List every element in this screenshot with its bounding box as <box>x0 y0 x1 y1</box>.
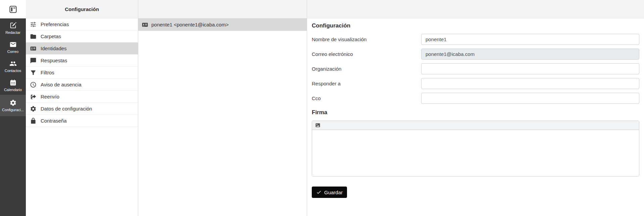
sliders-icon <box>30 21 37 28</box>
form-row-email: Correo electrónico <box>312 49 639 60</box>
form-section-title: Configuración <box>312 22 639 29</box>
settings-item-label: Aviso de ausencia <box>41 82 81 87</box>
rail-item-label: Calendario <box>4 88 22 92</box>
form-row-display-name: Nombre de visualización <box>312 34 639 45</box>
app-window: Redactar Correo Contactos Calendario Con… <box>0 0 644 216</box>
rail-item-contactos[interactable]: Contactos <box>0 57 26 76</box>
contacts-icon <box>9 60 17 67</box>
rail-item-label: Contactos <box>5 69 21 73</box>
form-row-bcc: Cco <box>312 93 639 104</box>
rail-item-label: Configuraci... <box>2 108 24 112</box>
rail-item-calendario[interactable]: Calendario <box>0 76 26 95</box>
folder-icon <box>30 33 37 40</box>
gear-icon <box>9 99 17 106</box>
mailbox-logo-icon <box>9 5 17 14</box>
organization-label: Organización <box>312 66 421 72</box>
identity-list-item[interactable]: ponente1 <ponente1@icaba.com> <box>138 18 307 31</box>
task-rail-items: Redactar Correo Contactos Calendario Con… <box>0 18 26 216</box>
image-icon <box>315 123 320 128</box>
reply-to-field[interactable] <box>421 78 639 89</box>
signature-section-title: Firma <box>312 109 639 116</box>
settings-item-label: Contraseña <box>41 118 67 124</box>
settings-header: Configuración <box>26 0 138 18</box>
reply-to-label: Responder a <box>312 81 421 86</box>
settings-menu-column: Configuración Preferencias Carpetas Iden… <box>26 0 138 216</box>
bcc-label: Cco <box>312 95 421 101</box>
rail-item-label: Redactar <box>5 30 20 34</box>
rail-item-configuracion[interactable]: Configuraci... <box>0 95 26 116</box>
rail-item-correo[interactable]: Correo <box>0 38 26 57</box>
settings-item-preferencias[interactable]: Preferencias <box>26 18 138 30</box>
settings-item-reenvio[interactable]: Reenvío <box>26 91 138 103</box>
settings-item-contrasena[interactable]: Contraseña <box>26 115 138 127</box>
identity-form: Configuración Nombre de visualización Co… <box>307 18 644 198</box>
mail-icon <box>9 41 17 48</box>
settings-item-label: Respuestas <box>41 58 67 63</box>
speech-bubble-icon <box>30 57 37 64</box>
form-row-reply-to: Responder a <box>312 78 639 89</box>
email-label: Correo electrónico <box>312 51 421 57</box>
content-topbar <box>307 0 644 18</box>
rail-item-redactar[interactable]: Redactar <box>0 18 26 38</box>
save-button-label: Guardar <box>324 190 343 195</box>
id-card-icon <box>30 45 37 52</box>
display-name-label: Nombre de visualización <box>312 37 421 42</box>
calendar-icon <box>9 79 17 86</box>
settings-item-label: Carpetas <box>41 33 61 39</box>
settings-item-carpetas[interactable]: Carpetas <box>26 30 138 43</box>
settings-item-respuestas[interactable]: Respuestas <box>26 55 138 67</box>
bcc-field[interactable] <box>421 93 639 104</box>
lock-icon <box>30 118 37 124</box>
form-row-organization: Organización <box>312 63 639 74</box>
settings-item-label: Identidades <box>41 46 67 51</box>
forward-icon <box>30 93 37 100</box>
clock-icon <box>30 81 37 88</box>
signature-editor-toolbar <box>312 121 639 130</box>
settings-item-aviso-de-ausencia[interactable]: Aviso de ausencia <box>26 79 138 91</box>
settings-item-label: Datos de configuración <box>41 106 92 112</box>
task-rail: Redactar Correo Contactos Calendario Con… <box>0 0 26 216</box>
organization-field[interactable] <box>421 63 639 74</box>
identities-list-column: ponente1 <ponente1@icaba.com> <box>138 0 307 216</box>
compose-icon <box>9 22 17 29</box>
display-name-field[interactable] <box>421 34 639 45</box>
identity-item-label: ponente1 <ponente1@icaba.com> <box>151 22 229 27</box>
settings-item-label: Filtros <box>41 70 54 75</box>
settings-item-label: Preferencias <box>41 21 69 27</box>
signature-editor <box>312 121 639 176</box>
settings-title: Configuración <box>65 6 99 12</box>
settings-item-datos-de-configuracion[interactable]: Datos de configuración <box>26 103 138 115</box>
email-field <box>421 49 639 60</box>
app-logo[interactable] <box>0 0 26 18</box>
id-card-icon <box>142 21 148 28</box>
insert-image-button[interactable] <box>314 122 321 129</box>
settings-item-filtros[interactable]: Filtros <box>26 67 138 79</box>
rail-item-label: Correo <box>7 50 19 54</box>
settings-item-label: Reenvío <box>41 94 59 99</box>
funnel-icon <box>30 69 37 76</box>
settings-item-identidades[interactable]: Identidades <box>26 43 138 55</box>
signature-editor-body[interactable] <box>312 130 639 176</box>
gear-icon <box>30 105 37 112</box>
identity-form-column: Configuración Nombre de visualización Co… <box>307 0 644 216</box>
save-button[interactable]: Guardar <box>312 187 347 198</box>
check-icon <box>316 190 321 195</box>
identities-topbar <box>138 0 307 18</box>
